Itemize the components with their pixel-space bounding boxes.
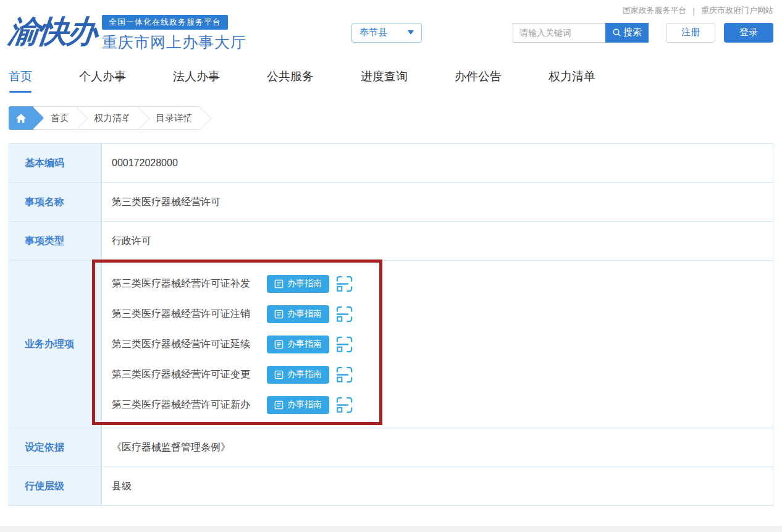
list-item: 第三类医疗器械经营许可证注销 办事指南 [112, 305, 763, 323]
search-icon [612, 28, 621, 37]
row-value-basic-code: 000172028000 [102, 144, 773, 182]
service-guide-button-label: 办事指南 [287, 339, 322, 350]
qr-scan-button[interactable] [336, 397, 353, 413]
table-row: 事项名称 第三类医疗器械经营许可 [9, 183, 773, 222]
chevron-down-icon [408, 30, 414, 35]
qr-scan-icon [336, 306, 353, 323]
login-button[interactable]: 登录 [724, 23, 773, 43]
header: 国家政务服务平台 | 重庆市政府门户网站 渝快办 全国一体化在线政务服务平台 重… [0, 0, 782, 53]
list-item: 第三类医疗器械经营许可证变更 办事指南 [112, 365, 763, 384]
business-item-name: 第三类医疗器械经营许可证变更 [112, 368, 267, 381]
nav-item-legal-person-affairs[interactable]: 法人办事 [173, 69, 220, 93]
region-selector-value: 奉节县 [359, 27, 387, 38]
row-value-item-type: 行政许可 [102, 222, 773, 260]
row-label-basic-code: 基本编码 [9, 144, 102, 182]
business-item-name: 第三类医疗器械经营许可证延续 [112, 338, 267, 351]
city-portal-link[interactable]: 重庆市政府门户网站 [701, 5, 773, 16]
business-items-list: 第三类医疗器械经营许可证补发 办事指南 [102, 261, 773, 428]
business-item-name: 第三类医疗器械经营许可证注销 [112, 308, 267, 321]
service-guide-button-label: 办事指南 [287, 399, 322, 410]
row-value-exercise-level: 县级 [102, 467, 773, 505]
table-row: 事项类型 行政许可 [9, 222, 773, 261]
qr-scan-button[interactable] [336, 276, 353, 292]
search-button-label: 搜索 [623, 27, 642, 38]
document-icon [274, 279, 284, 289]
nav-item-home[interactable]: 首页 [9, 69, 32, 93]
service-guide-button[interactable]: 办事指南 [267, 275, 329, 293]
row-label-item-type: 事项类型 [9, 222, 102, 260]
qr-scan-button[interactable] [336, 366, 353, 383]
service-guide-button[interactable]: 办事指南 [267, 366, 329, 384]
document-icon [274, 370, 284, 379]
logo-text-block: 全国一体化在线政务服务平台 重庆市网上办事大厅 [102, 15, 246, 53]
table-row: 基本编码 000172028000 [9, 144, 773, 183]
list-item: 第三类医疗器械经营许可证延续 办事指南 [112, 335, 763, 353]
nav-item-public-services[interactable]: 公共服务 [267, 69, 314, 93]
site-logo[interactable]: 渝快办 全国一体化在线政务服务平台 重庆市网上办事大厅 [9, 12, 246, 53]
row-label-business-items: 业务办理项 [9, 261, 102, 428]
qr-scan-icon [336, 276, 353, 292]
search-input[interactable] [513, 23, 605, 43]
service-guide-button-label: 办事指南 [287, 308, 322, 319]
breadcrumb: 首页 权力清单 目录详情 [9, 106, 773, 130]
document-icon [274, 400, 284, 410]
search-group: 搜索 [513, 23, 649, 43]
breadcrumb-home[interactable] [9, 106, 33, 130]
service-guide-button-label: 办事指南 [287, 278, 322, 289]
table-row: 设定依据 《医疗器械监督管理条例》 [9, 428, 773, 467]
site-name: 重庆市网上办事大厅 [102, 32, 246, 53]
main-nav: 首页 个人办事 法人办事 公共服务 进度查询 办件公告 权力清单 [0, 69, 782, 93]
row-value-setting-basis: 《医疗器械监督管理条例》 [102, 428, 773, 467]
row-value-item-name: 第三类医疗器械经营许可 [102, 183, 773, 221]
portal-links: 国家政务服务平台 | 重庆市政府门户网站 [623, 5, 773, 16]
portal-links-separator: | [693, 6, 695, 15]
qr-scan-icon [336, 397, 353, 413]
detail-table: 基本编码 000172028000 事项名称 第三类医疗器械经营许可 事项类型 … [9, 143, 773, 506]
table-row: 行使层级 县级 [9, 467, 773, 505]
row-label-exercise-level: 行使层级 [9, 467, 102, 505]
nav-item-power-list[interactable]: 权力清单 [549, 69, 595, 93]
row-label-setting-basis: 设定依据 [9, 428, 102, 467]
nav-item-progress-inquiry[interactable]: 进度查询 [361, 69, 408, 93]
qr-scan-button[interactable] [336, 306, 353, 323]
row-label-item-name: 事项名称 [9, 183, 102, 221]
nav-item-case-announcements[interactable]: 办件公告 [455, 69, 502, 93]
business-item-name: 第三类医疗器械经营许可证补发 [112, 277, 267, 290]
document-icon [274, 310, 284, 319]
home-icon [15, 113, 27, 124]
service-guide-button-label: 办事指南 [287, 369, 322, 380]
qr-scan-button[interactable] [336, 336, 353, 353]
region-selector[interactable]: 奉节县 [351, 23, 422, 43]
search-button[interactable]: 搜索 [605, 23, 649, 43]
qr-scan-icon [336, 336, 353, 353]
service-guide-button[interactable]: 办事指南 [267, 396, 329, 414]
footer-bar [0, 526, 782, 532]
register-button[interactable]: 注册 [666, 23, 715, 43]
service-guide-button[interactable]: 办事指南 [267, 305, 329, 323]
brand-wordmark: 渝快办 [7, 12, 98, 51]
national-platform-link[interactable]: 国家政务服务平台 [623, 5, 687, 16]
list-item: 第三类医疗器械经营许可证新办 办事指南 [112, 395, 763, 414]
table-row-business-items: 业务办理项 第三类医疗器械经营许可证补发 办事指南 [9, 261, 773, 428]
qr-scan-icon [336, 366, 353, 383]
business-item-name: 第三类医疗器械经营许可证新办 [112, 399, 267, 412]
service-guide-button[interactable]: 办事指南 [267, 336, 329, 353]
platform-badge: 全国一体化在线政务服务平台 [102, 15, 228, 30]
nav-item-personal-affairs[interactable]: 个人办事 [79, 69, 126, 93]
document-icon [274, 340, 284, 349]
list-item: 第三类医疗器械经营许可证补发 办事指南 [112, 274, 763, 293]
